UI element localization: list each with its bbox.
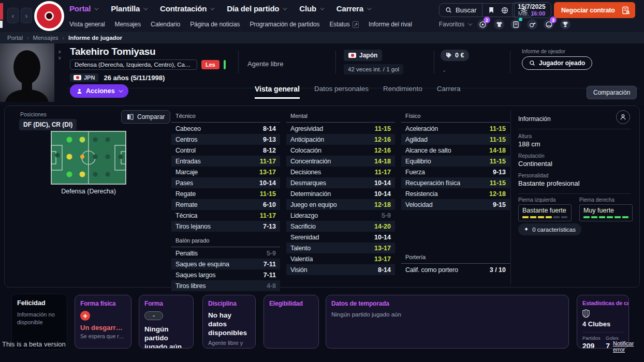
club-logo[interactable] (34, 1, 64, 31)
bookmark-button[interactable] (482, 4, 500, 17)
player-avatar-button[interactable] (616, 110, 630, 124)
inbox-shortcut[interactable]: 3 (544, 19, 554, 29)
attribute-row[interactable]: Determinación 10-14 (286, 188, 395, 199)
profile-shortcut[interactable] (510, 19, 521, 29)
nav-contratacion[interactable]: Contratación (160, 4, 213, 13)
player-positions[interactable]: Defensa (Derecha, Izquierda, Centro), Ca… (70, 59, 197, 70)
nav-dia-del-partido[interactable]: Día del partido (227, 4, 286, 13)
nav-carrera[interactable]: Carrera (336, 4, 370, 13)
position-dot[interactable] (67, 154, 72, 160)
attribute-row[interactable]: Penaltis 5-9 (171, 248, 280, 259)
tab-rendimiento[interactable]: Rendimiento (383, 85, 422, 97)
subnav-informe-rival[interactable]: Informe del rival (369, 21, 412, 28)
attribute-row[interactable]: Colocación 12-16 (286, 145, 395, 156)
tab-vista-general[interactable]: Vista general (255, 85, 300, 99)
attribute-row[interactable]: Fuerza 9-13 (401, 167, 510, 177)
attribute-row[interactable]: Desmarques 10-14 (286, 177, 395, 188)
subnav-vista-general[interactable]: Vista general (69, 21, 105, 28)
attribute-row[interactable]: Tiros libres 4-8 (171, 280, 280, 291)
subnav-programacion-partidos[interactable]: Programación de partidos (250, 21, 319, 28)
tab-carrera[interactable]: Carrera (437, 85, 461, 97)
attribute-row[interactable]: Sacrificio 14-20 (286, 221, 395, 232)
position-dot[interactable] (119, 155, 123, 159)
attribute-row[interactable]: Regate 11-15 (171, 188, 280, 199)
attribute-row[interactable]: Visión 8-14 (286, 264, 395, 275)
competition-shortcut[interactable] (560, 19, 570, 29)
tab-datos-personales[interactable]: Datos personales (314, 85, 369, 97)
favorites-dropdown[interactable]: Favoritos (439, 21, 471, 28)
attribute-row[interactable]: Saques largos 7-11 (171, 269, 280, 280)
position-dot[interactable] (55, 153, 60, 158)
attribute-row[interactable]: Pases 10-14 (171, 177, 280, 188)
attribute-row[interactable]: Liderazgo 5-9 (286, 210, 395, 221)
attribute-row[interactable]: Calif. como portero 3 / 10 (401, 264, 510, 275)
position-dot[interactable] (80, 155, 84, 159)
squad-shortcut[interactable] (494, 19, 504, 29)
actions-button[interactable]: Acciones (70, 84, 128, 98)
attribute-row[interactable]: Marcaje 13-17 (171, 167, 280, 177)
compare-button[interactable]: Comparar (121, 110, 170, 124)
player-cycle-buttons[interactable]: ∧∨ (58, 50, 62, 60)
position-dot[interactable] (67, 137, 72, 142)
form-card[interactable]: Forma - Ningún partido jugado aún (139, 295, 194, 349)
position-dot[interactable] (105, 137, 110, 142)
comparison-button[interactable]: Comparación (587, 86, 637, 99)
search-input[interactable]: Buscar (440, 4, 482, 17)
nav-club[interactable]: Club (299, 4, 323, 13)
attribute-row[interactable]: Serenidad 10-14 (286, 232, 395, 243)
history-forward-button[interactable]: › (21, 8, 32, 23)
breadcrumb-mensajes[interactable]: Mensajes (33, 35, 58, 41)
attribute-row[interactable]: Juego en equipo 12-18 (286, 199, 395, 210)
position-dot[interactable] (93, 137, 97, 142)
position-dot[interactable] (80, 137, 85, 142)
attribute-row[interactable]: Talento 13-17 (286, 243, 395, 253)
attribute-row[interactable]: Decisiones 11-17 (286, 167, 395, 177)
position-dot[interactable] (67, 172, 72, 177)
attribute-row[interactable]: Agilidad 11-15 (401, 134, 510, 145)
attribute-row[interactable]: Cabeceo 8-14 (171, 123, 280, 134)
season-data-card[interactable]: Datos de temporada Ningún partido jugado… (326, 295, 569, 349)
scouted-player-button[interactable]: Jugador ojeado (522, 56, 592, 70)
position-dot[interactable] (93, 155, 97, 159)
discipline-card[interactable]: Disciplina No hay datos disponibles Agen… (202, 295, 256, 349)
attribute-row[interactable]: Agresividad 11-15 (286, 123, 395, 134)
injury-badge[interactable]: Les (201, 60, 219, 69)
attribute-row[interactable]: Control 8-12 (171, 145, 280, 156)
attribute-row[interactable]: Alcance de salto 14-18 (401, 145, 510, 156)
negotiate-contract-button[interactable]: Negociar contrato (554, 2, 635, 18)
attribute-row[interactable]: Saques de esquina 7-11 (171, 259, 280, 269)
attribute-row[interactable]: Técnica 11-17 (171, 210, 280, 221)
attribute-row[interactable]: Valentía 13-17 (286, 253, 395, 264)
position-dot[interactable] (80, 172, 85, 177)
transfer-value-badge[interactable]: 0 € (441, 50, 469, 61)
attribute-row[interactable]: Anticipación 12-16 (286, 134, 395, 145)
history-back-button[interactable]: ‹ (7, 8, 19, 23)
game-date[interactable]: 15/7/2025 Mar.16:00 (512, 2, 551, 18)
breadcrumb-portal[interactable]: Portal (7, 35, 23, 41)
traits-button[interactable]: ✦ 0 características (518, 223, 581, 235)
staff-shortcut[interactable] (527, 19, 537, 29)
subnav-calendario[interactable]: Calendario (151, 21, 180, 28)
fitness-card[interactable]: Forma física + Un desgarro e… Se espera … (75, 295, 131, 349)
attribute-row[interactable]: Equilibrio 11-15 (401, 156, 510, 167)
attribute-row[interactable]: Entradas 11-17 (171, 156, 280, 167)
subnav-estatus[interactable]: Estatus (329, 21, 359, 28)
attribute-row[interactable]: Centros 9-13 (171, 134, 280, 145)
nav-portal[interactable]: Portal (69, 4, 97, 13)
subnav-pagina-noticias[interactable]: Página de noticias (190, 21, 240, 28)
report-error-link[interactable]: Notificar error (613, 340, 644, 353)
nation-badge[interactable]: Japón (344, 50, 382, 61)
attribute-row[interactable]: Concentración 14-18 (286, 156, 395, 167)
attribute-row[interactable]: Remate 6-10 (171, 199, 280, 210)
nationality-badge[interactable]: JPN (70, 73, 98, 82)
position-dot[interactable] (105, 172, 110, 177)
attribute-row[interactable]: Aceleración 11-15 (401, 123, 510, 134)
attribute-row[interactable]: Tiros lejanos 7-13 (171, 221, 280, 232)
position-dot[interactable] (105, 155, 110, 159)
position-dot[interactable] (93, 172, 97, 177)
attribute-row[interactable]: Velocidad 9-15 (401, 199, 510, 210)
attribute-row[interactable]: Resistencia 12-18 (401, 188, 510, 199)
subnav-mensajes[interactable]: Mensajes (115, 21, 141, 28)
attribute-row[interactable]: Recuperación física 11-15 (401, 177, 510, 188)
news-shortcut[interactable]: 2 (477, 19, 488, 29)
